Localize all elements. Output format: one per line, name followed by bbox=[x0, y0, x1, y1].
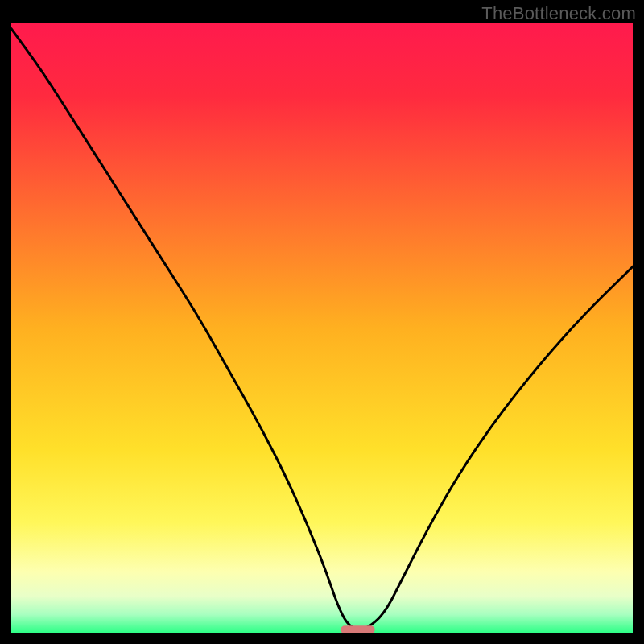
min-marker bbox=[341, 625, 375, 633]
watermark-text: TheBottleneck.com bbox=[481, 3, 636, 24]
gradient-background bbox=[11, 23, 633, 633]
bottleneck-chart bbox=[11, 23, 633, 633]
chart-frame: TheBottleneck.com bbox=[0, 0, 644, 644]
